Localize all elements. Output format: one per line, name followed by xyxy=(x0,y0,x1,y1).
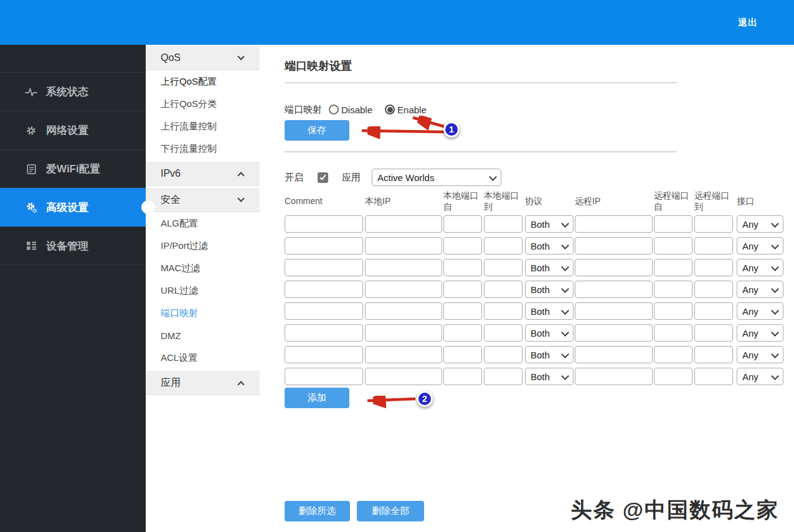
comment-input[interactable] xyxy=(285,215,363,233)
submenu-item-ACL设置[interactable]: ACL设置 xyxy=(146,347,260,369)
submenu-section-安全[interactable]: 安全 xyxy=(146,188,260,212)
comment-input[interactable] xyxy=(285,281,363,298)
submenu-item-上行QoS配置[interactable]: 上行QoS配置 xyxy=(146,70,260,93)
remote-port-to-input[interactable] xyxy=(694,237,733,254)
submenu-section-IPv6[interactable]: IPv6 xyxy=(146,162,260,186)
remote-port-from-input[interactable] xyxy=(654,281,692,298)
local-port-from-input[interactable] xyxy=(443,281,482,298)
local-port-to-input[interactable] xyxy=(484,324,522,342)
disable-radio-label[interactable]: Disable xyxy=(341,105,372,115)
local-port-from-input[interactable] xyxy=(443,324,482,342)
remote-port-from-input[interactable] xyxy=(654,346,692,363)
local-port-from-input[interactable] xyxy=(443,215,482,233)
submenu-item-ALG配置[interactable]: ALG配置 xyxy=(146,212,260,235)
protocol-select[interactable]: Both xyxy=(525,302,574,320)
local-ip-input[interactable] xyxy=(365,259,442,276)
remote-ip-input[interactable] xyxy=(575,237,653,254)
comment-input[interactable] xyxy=(285,302,363,320)
local-port-from-input[interactable] xyxy=(443,346,482,363)
save-button[interactable]: 保存 xyxy=(285,120,349,141)
interface-select[interactable]: Any xyxy=(737,237,783,254)
comment-input[interactable] xyxy=(285,259,363,276)
local-ip-input[interactable] xyxy=(365,215,442,233)
submenu-item-DMZ[interactable]: DMZ xyxy=(146,324,260,347)
local-port-to-input[interactable] xyxy=(484,302,522,320)
protocol-select[interactable]: Both xyxy=(525,368,574,385)
remote-port-to-input[interactable] xyxy=(694,281,733,298)
protocol-select[interactable]: Both xyxy=(525,346,574,363)
comment-input[interactable] xyxy=(285,324,363,342)
local-port-to-input[interactable] xyxy=(484,259,522,276)
protocol-select[interactable]: Both xyxy=(525,324,574,342)
remote-port-to-input[interactable] xyxy=(694,368,733,385)
interface-select[interactable]: Any xyxy=(737,302,783,320)
local-port-to-input[interactable] xyxy=(484,215,522,233)
disable-radio[interactable] xyxy=(329,105,339,114)
sidebar-item-设备管理[interactable]: 设备管理 xyxy=(0,226,146,265)
remote-ip-input[interactable] xyxy=(575,215,653,233)
comment-input[interactable] xyxy=(285,346,363,363)
protocol-select[interactable]: Both xyxy=(525,237,574,254)
interface-select[interactable]: Any xyxy=(737,346,783,363)
application-select[interactable]: Active Worlds xyxy=(372,169,501,186)
local-ip-input[interactable] xyxy=(365,237,442,254)
protocol-select[interactable]: Both xyxy=(525,281,574,298)
remote-port-to-input[interactable] xyxy=(694,215,733,233)
local-port-to-input[interactable] xyxy=(484,346,522,363)
sidebar-item-高级设置[interactable]: 高级设置 xyxy=(0,188,146,226)
local-port-from-input[interactable] xyxy=(443,368,482,385)
interface-select[interactable]: Any xyxy=(737,259,783,276)
sidebar-item-网络设置[interactable]: 网络设置 xyxy=(0,111,146,149)
enable-radio[interactable] xyxy=(385,105,395,114)
remote-port-from-input[interactable] xyxy=(654,302,692,320)
delete-all-button[interactable]: 删除全部 xyxy=(357,501,424,521)
remote-ip-input[interactable] xyxy=(575,346,653,363)
interface-select[interactable]: Any xyxy=(737,324,783,342)
submenu-item-下行流量控制[interactable]: 下行流量控制 xyxy=(146,138,260,160)
add-button[interactable]: 添加 xyxy=(285,388,349,408)
local-ip-input[interactable] xyxy=(365,346,442,363)
remote-port-from-input[interactable] xyxy=(654,368,692,385)
local-ip-input[interactable] xyxy=(365,368,442,385)
local-port-from-input[interactable] xyxy=(443,302,482,320)
interface-select[interactable]: Any xyxy=(737,368,783,385)
interface-select[interactable]: Any xyxy=(737,281,783,298)
remote-port-to-input[interactable] xyxy=(694,259,733,276)
remote-port-to-input[interactable] xyxy=(694,302,733,320)
remote-ip-input[interactable] xyxy=(575,259,653,276)
submenu-section-QoS[interactable]: QoS xyxy=(146,46,260,70)
remote-ip-input[interactable] xyxy=(575,302,653,320)
comment-input[interactable] xyxy=(285,368,363,385)
remote-ip-input[interactable] xyxy=(575,281,653,298)
enable-checkbox[interactable] xyxy=(318,172,328,183)
submenu-item-IP/Port过滤[interactable]: IP/Port过滤 xyxy=(146,235,260,257)
remote-ip-input[interactable] xyxy=(575,368,653,385)
submenu-item-上行QoS分类[interactable]: 上行QoS分类 xyxy=(146,93,260,115)
logout-button[interactable]: 退出 xyxy=(738,17,758,29)
sidebar-item-爱WiFi配置[interactable]: 爱WiFi配置 xyxy=(0,149,146,188)
submenu-item-端口映射[interactable]: 端口映射 xyxy=(146,302,260,324)
remote-port-to-input[interactable] xyxy=(694,324,733,342)
local-port-from-input[interactable] xyxy=(443,259,482,276)
submenu-item-URL过滤[interactable]: URL过滤 xyxy=(146,279,260,302)
remote-ip-input[interactable] xyxy=(575,324,653,342)
local-ip-input[interactable] xyxy=(365,302,442,320)
local-port-from-input[interactable] xyxy=(443,237,482,254)
remote-port-from-input[interactable] xyxy=(654,259,692,276)
submenu-section-应用[interactable]: 应用 xyxy=(146,371,260,395)
local-port-to-input[interactable] xyxy=(484,281,522,298)
delete-selected-button[interactable]: 删除所选 xyxy=(285,501,350,521)
comment-input[interactable] xyxy=(285,237,363,254)
remote-port-to-input[interactable] xyxy=(694,346,733,363)
remote-port-from-input[interactable] xyxy=(654,237,692,254)
remote-port-from-input[interactable] xyxy=(654,215,692,233)
protocol-select[interactable]: Both xyxy=(525,215,574,233)
submenu-item-MAC过滤[interactable]: MAC过滤 xyxy=(146,257,260,279)
local-ip-input[interactable] xyxy=(365,281,442,298)
interface-select[interactable]: Any xyxy=(737,215,783,233)
local-ip-input[interactable] xyxy=(365,324,442,342)
remote-port-from-input[interactable] xyxy=(654,324,692,342)
local-port-to-input[interactable] xyxy=(484,237,522,254)
protocol-select[interactable]: Both xyxy=(525,259,574,276)
enable-radio-label[interactable]: Enable xyxy=(397,105,427,115)
